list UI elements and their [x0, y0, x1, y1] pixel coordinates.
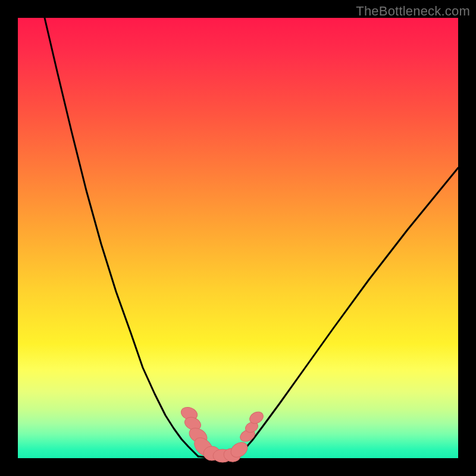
- curve-right-curve: [238, 168, 458, 456]
- data-markers: [179, 405, 265, 463]
- chart-frame: TheBottleneck.com: [0, 0, 476, 476]
- curve-left-curve: [45, 18, 198, 456]
- bottleneck-curves: [45, 18, 458, 458]
- watermark-text: TheBottleneck.com: [356, 4, 470, 19]
- curve-overlay: [18, 18, 458, 458]
